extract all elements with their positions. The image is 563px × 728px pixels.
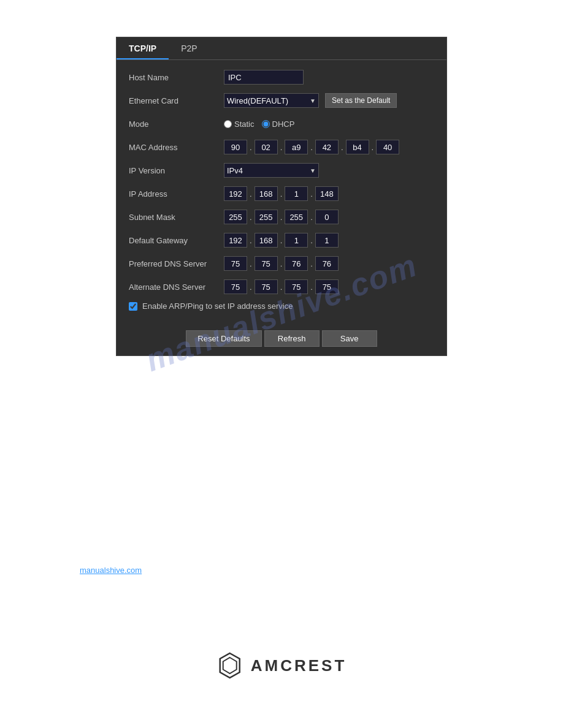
mode-control: Static DHCP: [224, 119, 434, 129]
adns-dot-2: .: [279, 282, 284, 292]
mac-address-control: . . . . .: [224, 140, 434, 154]
subnet-dot-2: .: [279, 213, 284, 222]
subnet-seg-4[interactable]: [315, 210, 339, 224]
reset-defaults-button[interactable]: Reset Defaults: [186, 330, 261, 347]
ethernet-card-select[interactable]: Wired(DEFAULT): [224, 93, 319, 108]
tcpip-panel: TCP/IP P2P Host Name Ethernet Card Wired…: [116, 37, 447, 356]
ip-seg-4[interactable]: [315, 186, 339, 201]
mac-seg-3[interactable]: [285, 140, 308, 154]
gw-dot-3: .: [309, 236, 314, 245]
set-default-button[interactable]: Set as the Default: [325, 93, 397, 108]
pdns-seg-1[interactable]: [224, 256, 247, 271]
gateway-label: Default Gateway: [129, 236, 224, 245]
gateway-segment-group: . . .: [224, 233, 339, 248]
gw-seg-1[interactable]: [224, 233, 247, 248]
ip-version-label: IP Version: [129, 166, 224, 175]
subnet-seg-2[interactable]: [255, 210, 278, 224]
mac-seg-4[interactable]: [315, 140, 339, 154]
amcrest-logo: AMCREST: [216, 652, 347, 679]
ip-dot-2: .: [279, 189, 284, 199]
pdns-seg-2[interactable]: [255, 256, 278, 271]
dhcp-radio[interactable]: [262, 120, 270, 128]
mac-dot-1: .: [248, 143, 253, 152]
gw-seg-3[interactable]: [285, 233, 308, 248]
preferred-dns-control: . . .: [224, 256, 434, 271]
ip-segment-group: . . .: [224, 186, 339, 201]
host-name-control: [224, 70, 434, 85]
host-name-input[interactable]: [224, 70, 304, 85]
subnet-dot-1: .: [248, 213, 253, 222]
alternate-dns-control: . . .: [224, 279, 434, 294]
arp-ping-checkbox[interactable]: [129, 302, 137, 311]
pdns-seg-4[interactable]: [315, 256, 339, 271]
arp-ping-row: Enable ARP/Ping to set IP address servic…: [129, 301, 434, 311]
adns-seg-3[interactable]: [285, 279, 308, 294]
tab-tcpip[interactable]: TCP/IP: [117, 37, 169, 59]
tab-p2p[interactable]: P2P: [169, 37, 209, 59]
form-area: Host Name Ethernet Card Wired(DEFAULT) S…: [117, 60, 446, 325]
preferred-dns-label: Preferred DNS Server: [129, 259, 224, 268]
ip-dot-1: .: [248, 189, 253, 199]
gw-seg-2[interactable]: [255, 233, 278, 248]
alternate-dns-segment-group: . . .: [224, 279, 339, 294]
alternate-dns-label: Alternate DNS Server: [129, 282, 224, 292]
adns-seg-1[interactable]: [224, 279, 247, 294]
mac-seg-2[interactable]: [255, 140, 278, 154]
ip-dot-3: .: [309, 189, 314, 199]
host-name-row: Host Name: [129, 69, 434, 86]
mac-seg-6[interactable]: [376, 140, 399, 154]
host-name-label: Host Name: [129, 73, 224, 82]
arp-ping-label: Enable ARP/Ping to set IP address servic…: [142, 301, 293, 311]
pdns-dot-3: .: [309, 259, 314, 268]
subnet-mask-control: . . .: [224, 210, 434, 224]
ip-seg-3[interactable]: [285, 186, 308, 201]
mac-seg-5[interactable]: [346, 140, 369, 154]
ip-version-select[interactable]: IPv4: [224, 163, 319, 178]
gateway-control: . . .: [224, 233, 434, 248]
mac-address-row: MAC Address . . . . .: [129, 138, 434, 156]
mode-radio-group: Static DHCP: [224, 119, 294, 129]
save-button[interactable]: Save: [322, 330, 377, 347]
pdns-seg-3[interactable]: [285, 256, 308, 271]
gw-dot-1: .: [248, 236, 253, 245]
mac-dot-2: .: [279, 143, 284, 152]
mac-dot-3: .: [309, 143, 314, 152]
mode-row: Mode Static DHCP: [129, 115, 434, 132]
subnet-mask-row: Subnet Mask . . .: [129, 208, 434, 226]
adns-seg-4[interactable]: [315, 279, 339, 294]
preferred-dns-segment-group: . . .: [224, 256, 339, 271]
adns-seg-2[interactable]: [255, 279, 278, 294]
ip-version-control: IPv4: [224, 163, 434, 178]
static-radio-label[interactable]: Static: [224, 119, 255, 129]
ip-seg-2[interactable]: [255, 186, 278, 201]
ethernet-card-control: Wired(DEFAULT) Set as the Default: [224, 93, 434, 108]
gw-dot-2: .: [279, 236, 284, 245]
adns-dot-1: .: [248, 282, 253, 292]
subnet-segment-group: . . .: [224, 210, 339, 224]
pdns-dot-2: .: [279, 259, 284, 268]
alternate-dns-row: Alternate DNS Server . . .: [129, 278, 434, 295]
subnet-seg-3[interactable]: [285, 210, 308, 224]
ip-seg-1[interactable]: [224, 186, 247, 201]
ip-version-row: IP Version IPv4: [129, 162, 434, 179]
mac-address-label: MAC Address: [129, 143, 224, 152]
page-wrapper: TCP/IP P2P Host Name Ethernet Card Wired…: [0, 0, 563, 728]
ip-version-select-wrapper: IPv4: [224, 163, 319, 178]
dhcp-label: DHCP: [272, 119, 295, 129]
subnet-seg-1[interactable]: [224, 210, 247, 224]
ip-address-label: IP Address: [129, 189, 224, 199]
ethernet-card-select-wrapper: Wired(DEFAULT): [224, 93, 319, 108]
amcrest-text: AMCREST: [251, 656, 347, 675]
mac-segment-group: . . . . .: [224, 140, 399, 154]
mac-seg-1[interactable]: [224, 140, 247, 154]
dhcp-radio-label[interactable]: DHCP: [262, 119, 295, 129]
refresh-button[interactable]: Refresh: [264, 330, 320, 347]
preferred-dns-row: Preferred DNS Server . . .: [129, 255, 434, 272]
mac-dot-5: .: [370, 143, 375, 152]
gw-seg-4[interactable]: [315, 233, 339, 248]
gateway-row: Default Gateway . . .: [129, 232, 434, 249]
subnet-dot-3: .: [309, 213, 314, 222]
static-radio[interactable]: [224, 120, 232, 128]
tab-bar: TCP/IP P2P: [117, 37, 446, 60]
bottom-link[interactable]: manualshive.com: [80, 566, 142, 575]
